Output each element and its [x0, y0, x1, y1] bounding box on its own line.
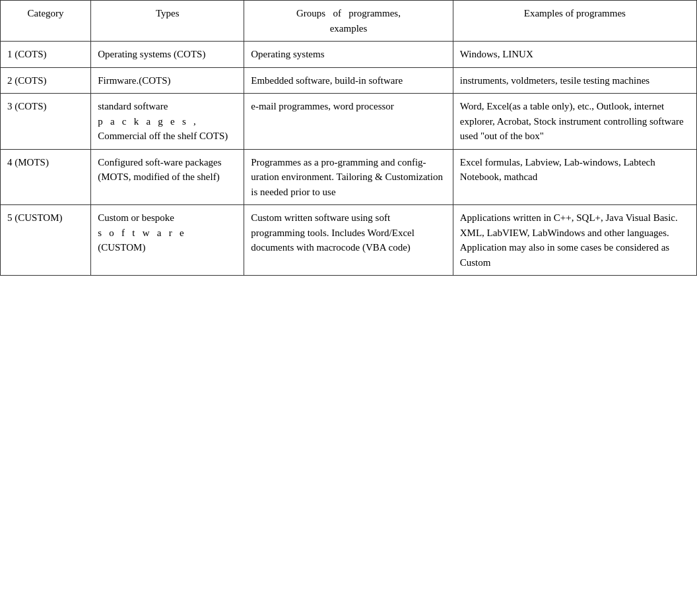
table-row: 4 (MOTS) Configured soft-ware packages (… [1, 149, 697, 205]
types-3-line2: p a c k a g e s , [98, 116, 198, 127]
groups-5: Custom written software using soft progr… [244, 205, 453, 276]
header-groups-text: Groups of programmes,examples [296, 8, 401, 34]
software-classification-table: Category Types Groups of programmes,exam… [0, 0, 697, 276]
header-row: Category Types Groups of programmes,exam… [1, 1, 697, 42]
examples-2: instruments, voldmeters, tesile testing … [453, 67, 696, 94]
table-row: 1 (COTS) Operating systems (COTS) Operat… [1, 42, 697, 68]
examples-4: Excel formulas, Labview, Lab-windows, La… [453, 149, 696, 205]
category-5: 5 (CUSTOM) [1, 205, 91, 276]
groups-1: Operating systems [244, 42, 453, 68]
types-3: standard software p a c k a g e s , Comm… [91, 94, 244, 150]
types-3-line1: standard software [98, 101, 168, 111]
category-1: 1 (COTS) [1, 42, 91, 68]
types-5: Custom or bespoke s o f t w a r e (CUSTO… [91, 205, 244, 276]
types-5-line3: (CUSTOM) [98, 242, 145, 253]
groups-2: Embedded software, build-in software [244, 67, 453, 94]
examples-1: Windows, LINUX [453, 42, 696, 68]
groups-4: Programmes as a pro-gramming and config-… [244, 149, 453, 205]
types-3-line3: Commercial off the shelf COTS) [98, 131, 228, 141]
table-row: 5 (CUSTOM) Custom or bespoke s o f t w a… [1, 205, 697, 276]
table-row: 2 (COTS) Firmware.(COTS) Embedded softwa… [1, 67, 697, 94]
table-container: Category Types Groups of programmes,exam… [0, 0, 697, 616]
examples-3: Word, Excel(as a table only), etc., Outl… [453, 94, 696, 150]
types-1: Operating systems (COTS) [91, 42, 244, 68]
types-4: Configured soft-ware packages (MOTS, mod… [91, 149, 244, 205]
header-types: Types [91, 1, 244, 42]
types-5-line1: Custom or bespoke [98, 212, 174, 223]
types-2: Firmware.(COTS) [91, 67, 244, 94]
types-5-line2: s o f t w a r e [98, 228, 186, 238]
category-4: 4 (MOTS) [1, 149, 91, 205]
header-groups: Groups of programmes,examples [244, 1, 453, 42]
groups-3: e-mail programmes, word processor [244, 94, 453, 150]
header-category: Category [1, 1, 91, 42]
header-examples: Examples of programmes [453, 1, 696, 42]
examples-5: Applications written in C++, SQL+, Java … [453, 205, 696, 276]
category-2: 2 (COTS) [1, 67, 91, 94]
table-row: 3 (COTS) standard software p a c k a g e… [1, 94, 697, 150]
category-3: 3 (COTS) [1, 94, 91, 150]
